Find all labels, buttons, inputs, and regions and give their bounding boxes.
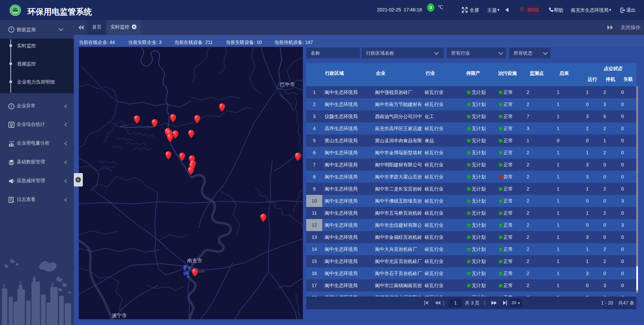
svg-text:南充市: 南充市 xyxy=(187,258,202,263)
svg-text:巴中市: 巴中市 xyxy=(280,82,295,87)
svg-text:遂宁市: 遂宁市 xyxy=(112,313,127,318)
